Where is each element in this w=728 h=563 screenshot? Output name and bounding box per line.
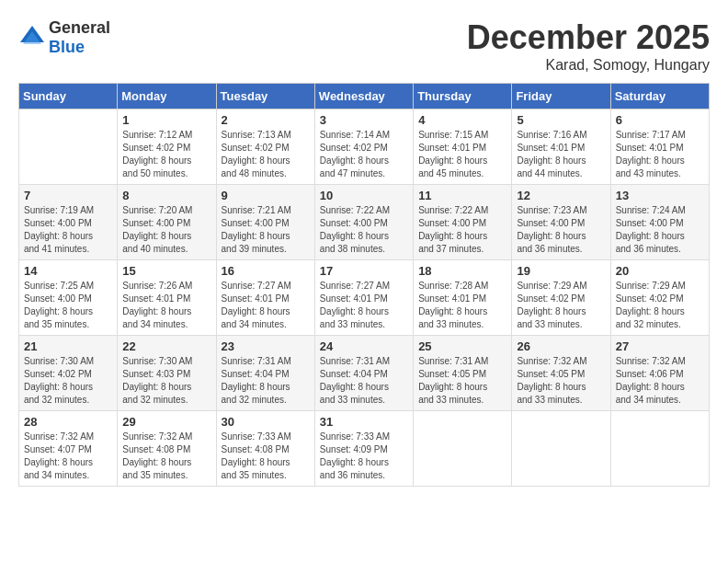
calendar-cell [610,411,709,487]
day-info: Sunrise: 7:19 AM Sunset: 4:00 PM Dayligh… [24,204,112,256]
day-number: 20 [616,264,704,278]
day-number: 16 [222,264,310,278]
calendar-cell: 2Sunrise: 7:13 AM Sunset: 4:02 PM Daylig… [216,109,314,185]
day-number: 12 [517,189,605,202]
calendar-cell: 30Sunrise: 7:33 AM Sunset: 4:08 PM Dayli… [216,411,314,487]
day-number: 7 [24,189,112,202]
calendar-cell [19,109,118,185]
day-info: Sunrise: 7:12 AM Sunset: 4:02 PM Dayligh… [122,129,210,180]
day-number: 13 [616,189,704,202]
day-info: Sunrise: 7:15 AM Sunset: 4:01 PM Dayligh… [418,129,506,180]
day-number: 30 [222,415,310,429]
day-number: 10 [320,189,408,202]
calendar-cell: 19Sunrise: 7:29 AM Sunset: 4:02 PM Dayli… [512,260,610,336]
calendar-cell: 15Sunrise: 7:26 AM Sunset: 4:01 PM Dayli… [118,260,216,336]
day-info: Sunrise: 7:30 AM Sunset: 4:02 PM Dayligh… [24,355,112,407]
day-info: Sunrise: 7:33 AM Sunset: 4:08 PM Dayligh… [222,431,310,482]
month-title: December 2025 [467,18,710,57]
calendar-cell: 9Sunrise: 7:21 AM Sunset: 4:00 PM Daylig… [216,185,314,260]
day-info: Sunrise: 7:27 AM Sunset: 4:01 PM Dayligh… [222,280,310,331]
day-number: 22 [122,339,210,353]
weekday-header-saturday: Saturday [610,84,709,109]
day-info: Sunrise: 7:14 AM Sunset: 4:02 PM Dayligh… [320,129,408,180]
calendar-cell: 13Sunrise: 7:24 AM Sunset: 4:00 PM Dayli… [610,185,709,260]
day-info: Sunrise: 7:31 AM Sunset: 4:04 PM Dayligh… [222,355,310,407]
calendar-table: SundayMondayTuesdayWednesdayThursdayFrid… [18,83,710,487]
calendar-cell: 1Sunrise: 7:12 AM Sunset: 4:02 PM Daylig… [118,109,216,185]
logo-general: General [49,18,110,37]
day-info: Sunrise: 7:16 AM Sunset: 4:01 PM Dayligh… [517,129,605,180]
calendar-cell: 5Sunrise: 7:16 AM Sunset: 4:01 PM Daylig… [512,109,610,185]
day-info: Sunrise: 7:22 AM Sunset: 4:00 PM Dayligh… [418,204,506,256]
calendar-cell: 31Sunrise: 7:33 AM Sunset: 4:09 PM Dayli… [314,411,413,487]
day-info: Sunrise: 7:22 AM Sunset: 4:00 PM Dayligh… [320,204,408,256]
calendar-cell: 8Sunrise: 7:20 AM Sunset: 4:00 PM Daylig… [118,185,216,260]
day-info: Sunrise: 7:32 AM Sunset: 4:06 PM Dayligh… [616,355,704,407]
calendar-cell: 25Sunrise: 7:31 AM Sunset: 4:05 PM Dayli… [414,336,512,411]
calendar-week-row: 21Sunrise: 7:30 AM Sunset: 4:02 PM Dayli… [19,336,710,411]
weekday-header-thursday: Thursday [414,84,512,109]
day-info: Sunrise: 7:27 AM Sunset: 4:01 PM Dayligh… [320,280,408,331]
day-number: 15 [122,264,210,278]
day-number: 28 [24,415,112,429]
day-number: 9 [222,189,310,202]
day-number: 26 [517,339,605,353]
calendar-cell: 21Sunrise: 7:30 AM Sunset: 4:02 PM Dayli… [19,336,118,411]
day-number: 29 [122,415,210,429]
calendar-cell: 18Sunrise: 7:28 AM Sunset: 4:01 PM Dayli… [414,260,512,336]
page-header: General Blue December 2025 Karad, Somogy… [18,18,710,74]
day-number: 17 [320,264,408,278]
day-number: 8 [122,189,210,202]
day-info: Sunrise: 7:25 AM Sunset: 4:00 PM Dayligh… [24,280,112,331]
day-info: Sunrise: 7:30 AM Sunset: 4:03 PM Dayligh… [122,355,210,407]
calendar-cell: 10Sunrise: 7:22 AM Sunset: 4:00 PM Dayli… [314,185,413,260]
day-number: 14 [24,264,112,278]
day-number: 4 [418,113,506,127]
day-number: 31 [320,415,408,429]
weekday-header-sunday: Sunday [19,84,118,109]
calendar-week-row: 14Sunrise: 7:25 AM Sunset: 4:00 PM Dayli… [19,260,710,336]
calendar-cell: 28Sunrise: 7:32 AM Sunset: 4:07 PM Dayli… [19,411,118,487]
logo: General Blue [18,18,110,57]
logo-blue: Blue [49,38,85,56]
weekday-header-row: SundayMondayTuesdayWednesdayThursdayFrid… [19,84,710,109]
calendar-week-row: 7Sunrise: 7:19 AM Sunset: 4:00 PM Daylig… [19,185,710,260]
day-number: 1 [122,113,210,127]
day-number: 18 [418,264,506,278]
weekday-header-tuesday: Tuesday [216,84,314,109]
day-info: Sunrise: 7:17 AM Sunset: 4:01 PM Dayligh… [616,129,704,180]
calendar-cell: 27Sunrise: 7:32 AM Sunset: 4:06 PM Dayli… [610,336,709,411]
day-info: Sunrise: 7:21 AM Sunset: 4:00 PM Dayligh… [222,204,310,256]
day-number: 21 [24,339,112,353]
calendar-week-row: 28Sunrise: 7:32 AM Sunset: 4:07 PM Dayli… [19,411,710,487]
calendar-cell: 23Sunrise: 7:31 AM Sunset: 4:04 PM Dayli… [216,336,314,411]
day-info: Sunrise: 7:26 AM Sunset: 4:01 PM Dayligh… [122,280,210,331]
day-info: Sunrise: 7:32 AM Sunset: 4:07 PM Dayligh… [24,431,112,482]
title-block: December 2025 Karad, Somogy, Hungary [467,18,710,74]
calendar-cell: 16Sunrise: 7:27 AM Sunset: 4:01 PM Dayli… [216,260,314,336]
day-info: Sunrise: 7:20 AM Sunset: 4:00 PM Dayligh… [122,204,210,256]
day-number: 5 [517,113,605,127]
day-info: Sunrise: 7:13 AM Sunset: 4:02 PM Dayligh… [222,129,310,180]
calendar-cell: 11Sunrise: 7:22 AM Sunset: 4:00 PM Dayli… [414,185,512,260]
day-info: Sunrise: 7:23 AM Sunset: 4:00 PM Dayligh… [517,204,605,256]
calendar-cell [512,411,610,487]
day-number: 23 [222,339,310,353]
calendar-cell: 17Sunrise: 7:27 AM Sunset: 4:01 PM Dayli… [314,260,413,336]
day-number: 3 [320,113,408,127]
day-number: 6 [616,113,704,127]
day-info: Sunrise: 7:32 AM Sunset: 4:05 PM Dayligh… [517,355,605,407]
calendar-cell [414,411,512,487]
calendar-cell: 26Sunrise: 7:32 AM Sunset: 4:05 PM Dayli… [512,336,610,411]
calendar-cell: 22Sunrise: 7:30 AM Sunset: 4:03 PM Dayli… [118,336,216,411]
calendar-cell: 12Sunrise: 7:23 AM Sunset: 4:00 PM Dayli… [512,185,610,260]
day-info: Sunrise: 7:31 AM Sunset: 4:05 PM Dayligh… [418,355,506,407]
day-number: 25 [418,339,506,353]
location: Karad, Somogy, Hungary [467,57,710,74]
calendar-cell: 4Sunrise: 7:15 AM Sunset: 4:01 PM Daylig… [414,109,512,185]
weekday-header-wednesday: Wednesday [314,84,413,109]
calendar-week-row: 1Sunrise: 7:12 AM Sunset: 4:02 PM Daylig… [19,109,710,185]
weekday-header-friday: Friday [512,84,610,109]
calendar-cell: 29Sunrise: 7:32 AM Sunset: 4:08 PM Dayli… [118,411,216,487]
day-info: Sunrise: 7:29 AM Sunset: 4:02 PM Dayligh… [517,280,605,331]
